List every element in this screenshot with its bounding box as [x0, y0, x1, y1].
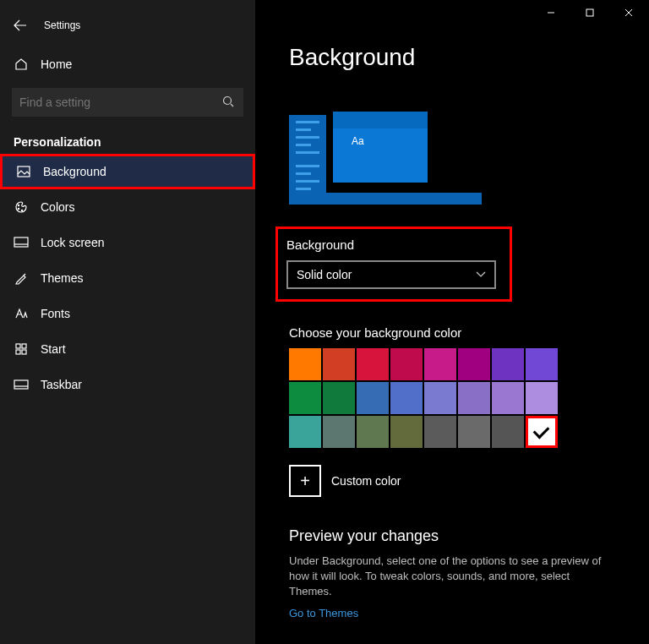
- sidebar-item-background[interactable]: Background: [0, 154, 255, 189]
- svg-rect-7: [22, 344, 26, 348]
- back-button[interactable]: [12, 17, 29, 34]
- palette-icon: [14, 200, 29, 214]
- color-swatch[interactable]: [390, 382, 423, 414]
- fonts-icon: [14, 308, 29, 319]
- color-swatch[interactable]: [424, 416, 456, 448]
- desktop-preview: Aa: [289, 96, 482, 205]
- color-swatch[interactable]: [424, 382, 456, 414]
- dropdown-value: Solid color: [297, 268, 352, 281]
- color-swatch[interactable]: [323, 382, 355, 414]
- preview-changes-heading: Preview your changes: [289, 527, 648, 545]
- svg-rect-11: [586, 9, 593, 16]
- svg-rect-5: [14, 237, 28, 247]
- color-swatch[interactable]: [357, 348, 389, 380]
- content-area: Background Aa Background Solid color Cho…: [255, 0, 648, 644]
- plus-icon: +: [300, 472, 310, 489]
- color-swatch[interactable]: [289, 382, 321, 414]
- start-icon: [14, 343, 29, 355]
- svg-rect-8: [16, 350, 20, 354]
- color-swatch[interactable]: [492, 348, 524, 380]
- color-swatch[interactable]: [458, 416, 490, 448]
- nav-label: Taskbar: [41, 378, 82, 391]
- maximize-button[interactable]: [570, 0, 609, 25]
- sidebar-item-start[interactable]: Start: [0, 331, 255, 367]
- color-swatch[interactable]: [526, 348, 558, 380]
- app-title: Settings: [44, 19, 80, 31]
- color-swatch[interactable]: [390, 416, 423, 448]
- svg-point-2: [18, 205, 19, 205]
- color-swatch[interactable]: [492, 416, 524, 448]
- chevron-down-icon: [476, 271, 486, 278]
- themes-icon: [14, 271, 29, 285]
- sidebar-item-colors[interactable]: Colors: [0, 189, 255, 225]
- home-label: Home: [41, 57, 72, 71]
- color-swatch[interactable]: [492, 382, 524, 414]
- svg-rect-6: [16, 344, 20, 348]
- group-header: Personalization: [14, 135, 255, 149]
- custom-color-button[interactable]: +: [289, 465, 321, 497]
- close-button[interactable]: [609, 0, 648, 25]
- color-swatch[interactable]: [323, 416, 355, 448]
- background-dropdown[interactable]: Solid color: [286, 260, 496, 289]
- color-swatch[interactable]: [323, 348, 355, 380]
- nav-label: Start: [41, 342, 66, 356]
- svg-rect-1: [18, 166, 30, 177]
- svg-rect-10: [14, 380, 28, 389]
- search-box[interactable]: [12, 88, 243, 117]
- minimize-button[interactable]: [532, 0, 570, 25]
- color-swatch[interactable]: [390, 348, 423, 380]
- taskbar-icon: [14, 379, 29, 390]
- preview-sample-text: Aa: [333, 128, 428, 147]
- svg-point-3: [18, 208, 19, 209]
- nav-label: Lock screen: [41, 236, 104, 249]
- svg-point-0: [224, 97, 232, 105]
- color-swatch[interactable]: [458, 348, 490, 380]
- nav-label: Colors: [41, 200, 74, 214]
- color-swatch[interactable]: [526, 382, 558, 414]
- svg-rect-9: [22, 350, 26, 354]
- sidebar: Settings Home Personalization Background: [0, 0, 255, 644]
- custom-color-label: Custom color: [331, 474, 401, 488]
- background-setting-block: Background Solid color: [275, 226, 512, 302]
- search-input[interactable]: [19, 96, 205, 109]
- nav-label: Background: [43, 165, 106, 178]
- lockscreen-icon: [14, 237, 29, 248]
- sidebar-item-lockscreen[interactable]: Lock screen: [0, 225, 255, 260]
- color-swatch[interactable]: [458, 382, 490, 414]
- color-swatch[interactable]: [526, 416, 558, 448]
- go-to-themes-link[interactable]: Go to Themes: [289, 607, 648, 619]
- sidebar-item-home[interactable]: Home: [0, 51, 255, 78]
- choose-color-label: Choose your background color: [289, 325, 648, 340]
- custom-color-row[interactable]: + Custom color: [289, 465, 648, 497]
- home-icon: [14, 57, 29, 71]
- search-icon: [222, 96, 236, 109]
- sidebar-item-fonts[interactable]: Fonts: [0, 296, 255, 331]
- nav-label: Themes: [41, 271, 84, 285]
- color-swatches: [289, 348, 566, 448]
- window-controls: [532, 0, 648, 25]
- color-swatch[interactable]: [357, 416, 389, 448]
- background-label: Background: [286, 237, 501, 252]
- preview-changes-text: Under Background, select one of the opti…: [289, 554, 614, 600]
- svg-point-4: [21, 210, 22, 210]
- color-swatch[interactable]: [289, 348, 321, 380]
- sidebar-item-taskbar[interactable]: Taskbar: [0, 367, 255, 402]
- color-swatch[interactable]: [424, 348, 456, 380]
- sidebar-item-themes[interactable]: Themes: [0, 260, 255, 296]
- page-title: Background: [289, 44, 648, 71]
- nav-label: Fonts: [41, 307, 70, 320]
- picture-icon: [16, 166, 31, 177]
- color-swatch[interactable]: [289, 416, 321, 448]
- color-swatch[interactable]: [357, 382, 389, 414]
